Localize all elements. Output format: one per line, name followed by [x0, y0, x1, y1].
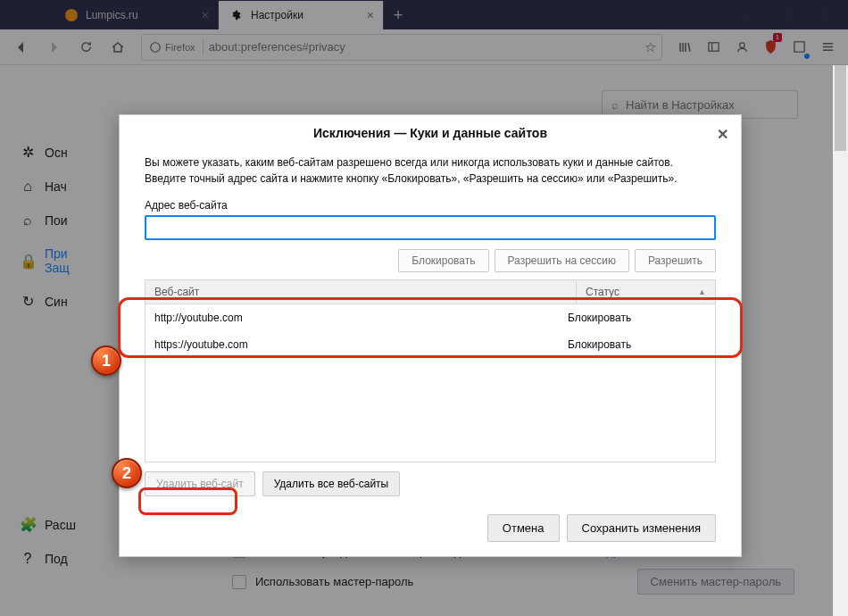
- save-changes-button[interactable]: Сохранить изменения: [567, 514, 717, 542]
- exceptions-list: http://youtube.com Блокировать https://y…: [145, 304, 716, 462]
- dialog-description: Вы можете указать, каким веб-сайтам разр…: [145, 154, 716, 187]
- table-row[interactable]: http://youtube.com Блокировать: [145, 304, 715, 331]
- remove-all-websites-button[interactable]: Удалить все веб-сайты: [262, 471, 401, 496]
- annotation-marker-2: 2: [112, 458, 142, 488]
- scrollbar-thumb[interactable]: [835, 65, 846, 151]
- column-header-status[interactable]: Статус ▲: [577, 280, 715, 304]
- column-header-website[interactable]: Веб-сайт: [145, 280, 577, 304]
- allow-button[interactable]: Разрешить: [635, 249, 716, 272]
- cell-status: Блокировать: [568, 338, 706, 351]
- allow-session-button[interactable]: Разрешить на сессию: [495, 249, 629, 272]
- cell-status: Блокировать: [568, 312, 706, 324]
- block-button[interactable]: Блокировать: [398, 249, 488, 272]
- dialog-title: Исключения — Куки и данные сайтов ✕: [120, 115, 741, 151]
- table-header: Веб-сайт Статус ▲: [145, 279, 716, 304]
- dialog-close-button[interactable]: ✕: [712, 124, 732, 144]
- exceptions-dialog: Исключения — Куки и данные сайтов ✕ Вы м…: [119, 114, 742, 557]
- cancel-button[interactable]: Отмена: [487, 514, 560, 542]
- annotation-marker-1: 1: [91, 345, 121, 376]
- cell-site: https://youtube.com: [154, 338, 568, 351]
- remove-website-button[interactable]: Удалить веб-сайт: [145, 471, 255, 496]
- address-field-label: Адрес веб-сайта: [145, 199, 716, 212]
- table-row[interactable]: https://youtube.com Блокировать: [145, 331, 715, 358]
- cell-site: http://youtube.com: [154, 312, 568, 324]
- website-address-input[interactable]: [145, 215, 716, 240]
- sort-indicator-icon: ▲: [698, 287, 706, 296]
